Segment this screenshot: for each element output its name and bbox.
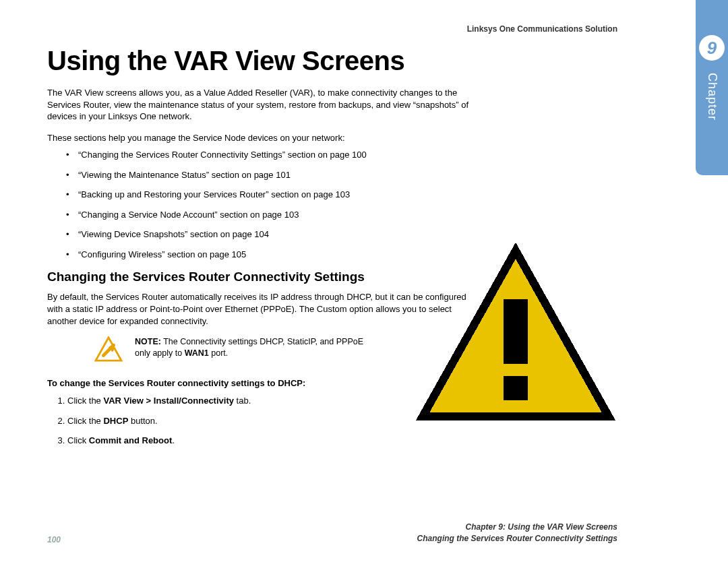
step-text: tab. [234,396,251,406]
toc-item: “Viewing the Maintenance Status” section… [78,169,456,181]
step-text: . [172,435,175,445]
step-bold: Commit and Reboot [89,435,173,445]
toc-item: “Viewing Device Snapshots” section on pa… [78,228,456,241]
intro-paragraph-2: These sections help you manage the Servi… [47,132,479,144]
step-text: Click the [67,416,103,426]
svg-rect-3 [504,376,528,400]
note-text-b: port. [209,348,229,358]
toc-item: “Backing up and Restoring your Services … [78,189,456,201]
chapter-label-vertical: Chapter [705,73,719,121]
toc-item: “Changing the Services Router Connectivi… [78,149,456,161]
chapter-title: Using the VAR View Screens [47,46,617,76]
note-label: NOTE: [135,337,161,346]
step-text: button. [128,416,157,426]
step-text: Click the [67,396,103,406]
note-callout: NOTE: The Connectivity settings DHCP, St… [94,336,377,365]
chapter-number-badge: 9 [699,35,725,61]
chapter-side-tab: 9 Chapter [696,0,728,175]
warning-triangle-large-icon [411,243,620,425]
step-bold: DHCP [103,416,128,426]
section-toc: “Changing the Services Router Connectivi… [78,149,456,260]
warning-triangle-icon [94,336,123,365]
page-footer: 100 Chapter 9: Using the VAR View Screen… [47,522,617,544]
toc-item: “Changing a Service Node Account” sectio… [78,209,456,221]
step-bold: VAR View > Install/Connectivity [103,396,234,406]
footer-chapter-ref: Chapter 9: Using the VAR View Screens [417,522,617,533]
svg-rect-2 [504,299,528,364]
note-text-a: The Connectivity settings DHCP, StaticIP… [135,337,363,358]
footer-section-ref: Changing the Services Router Connectivit… [417,533,617,544]
intro-paragraph-1: The VAR View screens allows you, as a Va… [47,87,479,123]
step-item: Click Commit and Reboot. [67,435,617,447]
page-number: 100 [47,535,61,544]
running-header: Linksys One Communications Solution [47,24,617,34]
note-text: NOTE: The Connectivity settings DHCP, St… [135,336,377,359]
toc-item: “Configuring Wireless” section on page 1… [78,249,456,261]
note-bold: WAN1 [185,348,209,358]
step-text: Click [67,435,89,445]
